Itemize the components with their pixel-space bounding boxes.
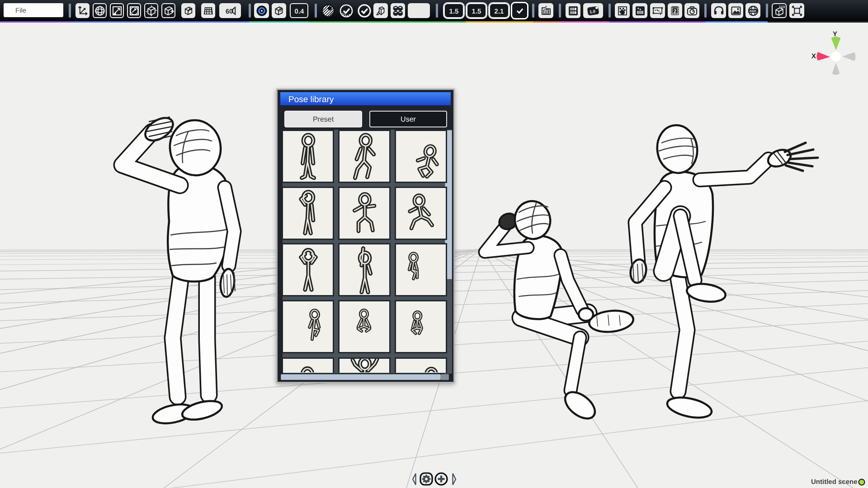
svg-text:2.1: 2.1 — [495, 7, 504, 15]
svg-text:Pose library: Pose library — [288, 95, 334, 104]
svg-text:123: 123 — [778, 5, 784, 9]
svg-text:www: www — [749, 9, 756, 13]
svg-text:Y: Y — [833, 30, 837, 38]
svg-text:User: User — [401, 116, 416, 123]
svg-text:X: X — [811, 52, 816, 60]
svg-text:Untitled scene: Untitled scene — [811, 478, 858, 486]
svg-text:0.4: 0.4 — [294, 7, 304, 15]
svg-text:3D: 3D — [544, 10, 548, 14]
svg-text:Preset: Preset — [313, 116, 334, 123]
svg-text:1.5: 1.5 — [472, 7, 481, 15]
svg-text:1.5: 1.5 — [449, 7, 459, 15]
svg-text:File: File — [15, 7, 26, 14]
svg-text:1.0: 1.0 — [590, 9, 596, 14]
svg-text:2: 2 — [674, 9, 677, 14]
